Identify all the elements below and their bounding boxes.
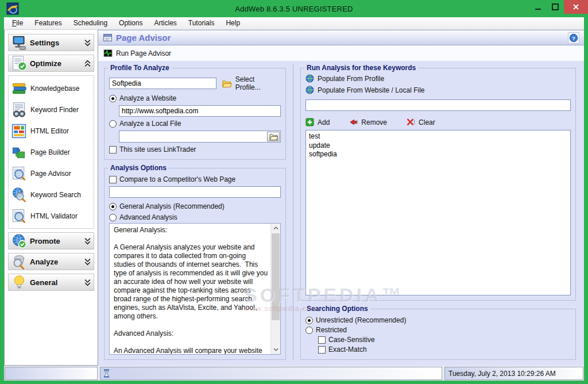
menu-scheduling[interactable]: Scheduling xyxy=(68,17,113,29)
page-builder-puzzle-icon xyxy=(11,144,27,160)
sidebar-item-label: HTML Validator xyxy=(30,212,78,220)
remove-keyword-button[interactable]: Remove xyxy=(349,118,387,126)
status-segment-middle xyxy=(100,367,442,380)
keyword-list-item[interactable]: update xyxy=(309,141,567,151)
keyword-listbox[interactable]: test update softpedia xyxy=(305,130,571,295)
maximize-button[interactable] xyxy=(547,0,564,14)
sidebar-item-page-advisor[interactable]: Page Advisor xyxy=(10,163,92,184)
advanced-analysis-radio[interactable] xyxy=(109,214,117,221)
sidebar-section-analyze[interactable]: Analyze xyxy=(8,253,94,270)
profile-to-analyze-group: Profile To Analyze Select Profile... Ana… xyxy=(104,68,286,160)
profile-name-input[interactable] xyxy=(109,78,216,89)
website-url-input[interactable] xyxy=(119,105,281,117)
sidebar-item-knowledgebase[interactable]: Knowledgebase xyxy=(10,78,92,99)
analysis-options-group: Analysis Options Compare to a Competitor… xyxy=(104,168,286,360)
sidebar-item-keyword-search[interactable]: Keyword Search xyxy=(10,184,92,205)
folder-open-icon xyxy=(222,79,232,88)
analyze-website-radio[interactable] xyxy=(109,95,117,102)
status-datetime: Tuesday, July 2, 2013 10:29:26 AM xyxy=(444,367,583,380)
advanced-analysis-option[interactable]: Advanced Analysis xyxy=(109,213,281,221)
sidebar-section-settings[interactable]: Settings xyxy=(8,34,94,51)
description-scrollbar[interactable] xyxy=(270,224,280,354)
scrollbar-thumb[interactable] xyxy=(272,233,280,320)
chevron-double-down-icon xyxy=(84,39,91,47)
keyword-input[interactable] xyxy=(305,99,571,111)
linktrader-option[interactable]: This site uses LinkTrader xyxy=(109,145,281,153)
html-editor-icon xyxy=(11,123,27,139)
group-title: Searching Options xyxy=(304,305,370,313)
select-profile-button[interactable]: Select Profile... xyxy=(222,75,281,91)
help-button[interactable]: ? xyxy=(568,32,579,44)
sidebar-item-label: Keyword Finder xyxy=(30,106,79,114)
group-title: Analysis Options xyxy=(108,164,169,172)
menu-file[interactable]: File xyxy=(6,17,29,29)
group-title: Run Analysis for these Keywords xyxy=(304,64,418,72)
add-keyword-button[interactable]: Add xyxy=(305,118,330,126)
exact-match-option[interactable]: Exact-Match xyxy=(305,345,571,354)
menu-options[interactable]: Options xyxy=(113,17,148,29)
select-profile-label: Select Profile... xyxy=(235,75,281,91)
titlebar: AddWeb 8.6.3.5 UNREGISTERED xyxy=(4,0,584,17)
restricted-label: Restricted xyxy=(316,326,347,334)
browse-file-button[interactable] xyxy=(267,132,280,141)
sidebar-item-label: Knowledgebase xyxy=(30,85,79,93)
compare-competitor-option[interactable]: Compare to a Competitor's Web Page xyxy=(109,175,281,183)
keyword-list-item[interactable]: test xyxy=(309,132,567,141)
exact-match-checkbox[interactable] xyxy=(318,346,326,354)
menu-tutorials[interactable]: Tutorials xyxy=(183,17,220,29)
competitor-url-input[interactable] xyxy=(109,186,281,198)
sidebar-section-label: Optimize xyxy=(30,59,82,68)
statusbar: Tuesday, July 2, 2013 10:29:26 AM xyxy=(4,366,584,381)
page-advisor-window-icon xyxy=(103,33,113,43)
case-sensitive-checkbox[interactable] xyxy=(318,336,326,344)
populate-from-profile-button[interactable]: Populate From Profile xyxy=(305,74,384,83)
run-page-advisor-button[interactable]: Run Page Advisor xyxy=(103,49,171,57)
keywords-group: Run Analysis for these Keywords Populate… xyxy=(300,68,576,301)
chevron-double-down-icon xyxy=(84,258,91,266)
sidebar-section-general[interactable]: General xyxy=(8,274,94,291)
populate-from-website-label: Populate From Website / Local File xyxy=(318,86,425,94)
populate-from-website-button[interactable]: Populate From Website / Local File xyxy=(305,86,425,94)
sidebar-section-optimize[interactable]: Optimize xyxy=(8,55,94,72)
keyword-search-globe-icon xyxy=(11,187,27,203)
populate-from-profile-label: Populate From Profile xyxy=(318,75,384,83)
right-column: Run Analysis for these Keywords Populate… xyxy=(293,64,576,360)
page-header: Page Advisor ? xyxy=(98,30,584,45)
case-sensitive-option[interactable]: Case-Sensitive xyxy=(305,336,571,344)
sidebar-section-label: Settings xyxy=(30,39,82,47)
general-analysis-radio[interactable] xyxy=(109,203,117,210)
menu-help[interactable]: Help xyxy=(220,17,246,29)
restricted-option[interactable]: Restricted xyxy=(305,326,571,334)
close-icon xyxy=(572,3,579,10)
local-file-input[interactable] xyxy=(119,131,267,142)
sidebar: Settings Optimize Knowledgebase Keyword … xyxy=(4,30,98,366)
scroll-down-arrow[interactable] xyxy=(271,345,281,354)
close-button[interactable] xyxy=(564,0,588,14)
sidebar-item-page-builder[interactable]: Page Builder xyxy=(10,141,92,163)
minimize-button[interactable] xyxy=(529,0,547,14)
sidebar-item-html-editor[interactable]: HTML Editor xyxy=(10,120,92,141)
unrestricted-option[interactable]: Unrestricted (Recommended) xyxy=(305,316,571,324)
scroll-up-arrow[interactable] xyxy=(271,224,281,233)
analyze-local-file-radio[interactable] xyxy=(109,120,117,128)
app-window: AddWeb 8.6.3.5 UNREGISTERED File Feature… xyxy=(0,0,588,384)
analyze-local-file-option[interactable]: Analyze a Local File xyxy=(109,120,281,128)
clear-label: Clear xyxy=(419,118,435,126)
keyword-list-item[interactable]: softpedia xyxy=(309,150,567,159)
sidebar-section-label: Analyze xyxy=(30,258,82,266)
page-advisor-icon xyxy=(11,166,27,182)
restricted-radio[interactable] xyxy=(305,327,313,334)
sidebar-item-html-validator[interactable]: HTML Validator xyxy=(10,205,92,226)
sidebar-section-promote[interactable]: Promote xyxy=(8,232,94,249)
sidebar-item-keyword-finder[interactable]: Keyword Finder xyxy=(10,99,92,120)
analyze-website-option[interactable]: Analyze a Website xyxy=(109,94,281,102)
linktrader-checkbox[interactable] xyxy=(109,146,117,153)
optimize-icon xyxy=(11,55,28,72)
general-analysis-option[interactable]: General Analysis (Recommended) xyxy=(109,202,281,210)
menu-features[interactable]: Features xyxy=(29,17,67,29)
analyze-website-label: Analyze a Website xyxy=(119,94,176,102)
unrestricted-radio[interactable] xyxy=(305,317,313,324)
clear-keywords-button[interactable]: Clear xyxy=(407,118,435,126)
compare-competitor-checkbox[interactable] xyxy=(109,176,117,183)
menu-articles[interactable]: Articles xyxy=(148,17,182,29)
